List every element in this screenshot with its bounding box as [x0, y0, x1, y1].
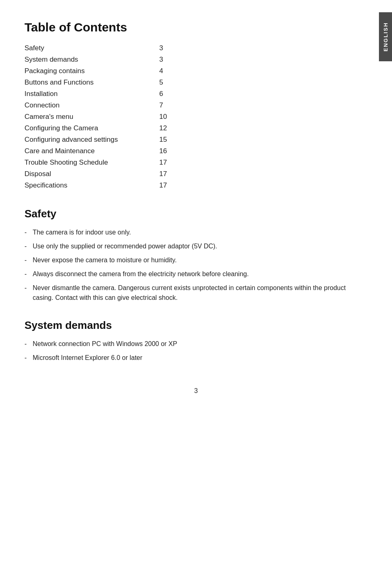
toc-row: Configuring advanced settings15 — [24, 134, 368, 145]
system-demands-list: Network connection PC with Windows 2000 … — [24, 339, 368, 363]
toc-item-label: Safety — [24, 42, 155, 54]
toc-row: Buttons and Functions5 — [24, 77, 368, 88]
toc-row: Installation6 — [24, 88, 368, 100]
safety-bullet: Always disconnect the camera from the el… — [24, 269, 368, 279]
toc-item-label: Care and Maintenance — [24, 145, 155, 157]
system-demands-bullet: Network connection PC with Windows 2000 … — [24, 339, 368, 349]
toc-item-page: 15 — [155, 134, 368, 145]
toc-title: Table of Contents — [24, 20, 368, 34]
system-demands-title: System demands — [24, 319, 368, 332]
toc-item-page: 17 — [155, 157, 368, 168]
toc-row: System demands3 — [24, 54, 368, 65]
toc-row: Packaging contains4 — [24, 65, 368, 77]
toc-item-label: Packaging contains — [24, 65, 155, 77]
safety-bullet: The camera is for indoor use only. — [24, 228, 368, 237]
toc-item-page: 12 — [155, 123, 368, 134]
safety-bullet: Never expose the camera to moisture or h… — [24, 255, 368, 265]
toc-row: Trouble Shooting Schedule17 — [24, 157, 368, 168]
toc-item-label: Buttons and Functions — [24, 77, 155, 88]
toc-row: Connection7 — [24, 100, 368, 111]
toc-item-label: System demands — [24, 54, 155, 65]
toc-item-page: 16 — [155, 145, 368, 157]
toc-item-label: Disposal — [24, 168, 155, 180]
toc-item-page: 3 — [155, 54, 368, 65]
page-number: 3 — [24, 387, 368, 395]
toc-item-page: 17 — [155, 180, 368, 191]
toc-item-page: 10 — [155, 111, 368, 123]
toc-item-page: 7 — [155, 100, 368, 111]
toc-row: Disposal17 — [24, 168, 368, 180]
toc-item-page: 4 — [155, 65, 368, 77]
toc-row: Safety3 — [24, 42, 368, 54]
toc-item-label: Trouble Shooting Schedule — [24, 157, 155, 168]
safety-title: Safety — [24, 208, 368, 220]
english-sidebar-label: ENGLISH — [379, 12, 392, 61]
toc-item-label: Installation — [24, 88, 155, 100]
toc-table: Safety3System demands3Packaging contains… — [24, 42, 368, 191]
toc-item-page: 3 — [155, 42, 368, 54]
toc-item-page: 17 — [155, 168, 368, 180]
page-container: ENGLISH Table of Contents Safety3System … — [0, 0, 392, 565]
toc-item-label: Configuring advanced settings — [24, 134, 155, 145]
toc-row: Configuring the Camera12 — [24, 123, 368, 134]
toc-item-page: 6 — [155, 88, 368, 100]
toc-row: Specifications17 — [24, 180, 368, 191]
safety-bullet: Use only the supplied or recommended pow… — [24, 241, 368, 251]
toc-item-label: Connection — [24, 100, 155, 111]
safety-list: The camera is for indoor use only.Use on… — [24, 228, 368, 303]
toc-item-page: 5 — [155, 77, 368, 88]
toc-item-label: Camera's menu — [24, 111, 155, 123]
toc-item-label: Configuring the Camera — [24, 123, 155, 134]
toc-row: Camera's menu10 — [24, 111, 368, 123]
toc-row: Care and Maintenance16 — [24, 145, 368, 157]
toc-item-label: Specifications — [24, 180, 155, 191]
system-demands-bullet: Microsoft Internet Explorer 6.0 or later — [24, 353, 368, 363]
safety-bullet: Never dismantle the camera. Dangerous cu… — [24, 283, 368, 303]
